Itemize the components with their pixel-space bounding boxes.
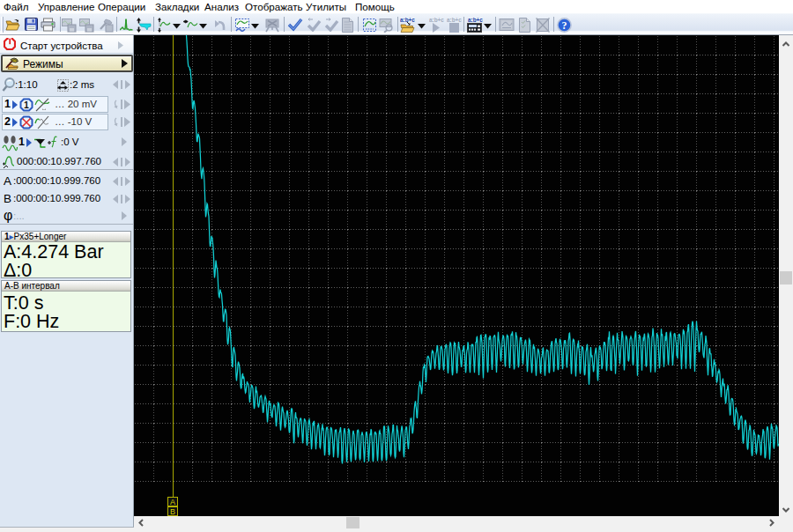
- svg-text:1: 1: [24, 100, 29, 110]
- svg-text:B: B: [170, 507, 175, 516]
- svg-text:a:b+c: a:b+c: [429, 17, 444, 23]
- svg-text:a:b+c: a:b+c: [400, 17, 415, 23]
- svg-text:A: A: [170, 498, 175, 506]
- svg-text:?: ?: [562, 19, 567, 32]
- svg-text:a:b+c: a:b+c: [447, 17, 462, 23]
- svg-text:a:b+c: a:b+c: [468, 17, 483, 23]
